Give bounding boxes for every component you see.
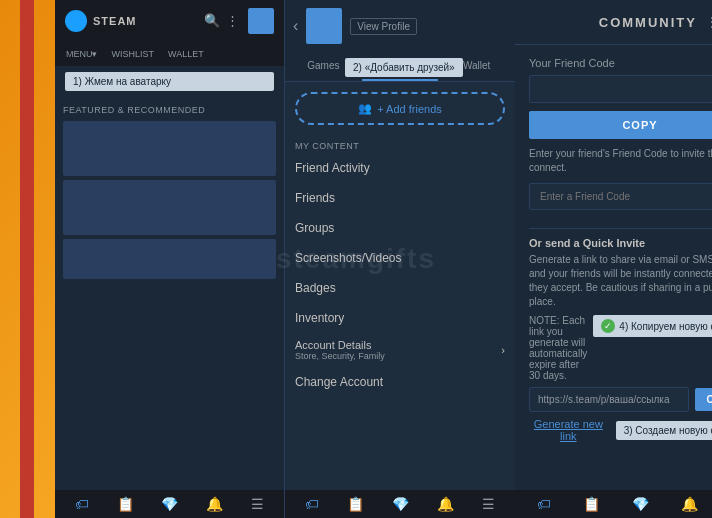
account-sub-label: Store, Security, Family bbox=[295, 351, 385, 361]
nav-wallet[interactable]: WALLET bbox=[163, 46, 209, 62]
featured-box-3 bbox=[63, 239, 276, 279]
nav-menu[interactable]: MENU▾ bbox=[61, 46, 103, 62]
right-bottom-bar: 🏷 📋 💎 🔔 ☰ bbox=[515, 490, 712, 518]
mid-header: ‹ View Profile bbox=[285, 0, 515, 52]
my-content-label: MY CONTENT bbox=[285, 135, 515, 153]
gem-icon-right[interactable]: 💎 bbox=[632, 496, 649, 512]
avatar[interactable] bbox=[248, 8, 274, 34]
friend-code-label: Your Friend Code bbox=[529, 57, 712, 69]
url-expiry-text: NOTE: Each link you generate will automa… bbox=[529, 315, 587, 381]
steam-title: STEAM bbox=[93, 15, 137, 27]
menu-inventory[interactable]: Inventory bbox=[285, 303, 515, 333]
url-input[interactable] bbox=[529, 387, 689, 412]
middle-panel: ‹ View Profile 2) «Добавить друзей» Game… bbox=[285, 0, 515, 518]
mid-bottom-bar: 🏷 📋 💎 🔔 ☰ bbox=[285, 490, 515, 518]
quick-invite-title: Or send a Quick Invite bbox=[529, 237, 712, 249]
check-icon: ✓ bbox=[601, 319, 615, 333]
gem-icon[interactable]: 💎 bbox=[161, 496, 178, 512]
header-icons: 🔍 ⋮ bbox=[204, 8, 274, 34]
tooltip-add-friends: 2) «Добавить друзей» bbox=[345, 58, 463, 77]
tooltip-copy-label: 4) Копируем новую ссылку bbox=[619, 321, 712, 332]
account-chevron-icon: › bbox=[501, 344, 505, 356]
community-title: COMMUNITY bbox=[599, 15, 697, 30]
tag-icon-right[interactable]: 🏷 bbox=[537, 496, 551, 512]
nav-bar: MENU▾ WISHLIST WALLET bbox=[55, 42, 284, 66]
tooltip-generate: 3) Создаем новую ссылку bbox=[616, 421, 712, 440]
menu-list: Friend Activity Friends Groups Screensho… bbox=[285, 153, 515, 490]
menu-icon-mid[interactable]: ☰ bbox=[482, 496, 495, 512]
quick-invite-info: Generate a link to share via email or SM… bbox=[529, 253, 712, 309]
menu-groups[interactable]: Groups bbox=[285, 213, 515, 243]
left-panel: STEAM 🔍 ⋮ MENU▾ WISHLIST WALLET 1) Жмем … bbox=[55, 0, 285, 518]
menu-icon[interactable]: ☰ bbox=[251, 496, 264, 512]
copy-url-button[interactable]: COPY bbox=[695, 388, 712, 411]
tag-icon[interactable]: 🏷 bbox=[75, 496, 89, 512]
tag-icon-mid[interactable]: 🏷 bbox=[305, 496, 319, 512]
menu-screenshots[interactable]: Screenshots/Videos bbox=[285, 243, 515, 273]
list-icon-right[interactable]: 📋 bbox=[583, 496, 600, 512]
left-content: FEATURED & RECOMMENDED bbox=[55, 97, 284, 490]
bell-icon[interactable]: 🔔 bbox=[206, 496, 223, 512]
menu-friends[interactable]: Friends bbox=[285, 183, 515, 213]
nav-wishlist[interactable]: WISHLIST bbox=[107, 46, 160, 62]
list-icon[interactable]: 📋 bbox=[117, 496, 134, 512]
friend-code-input[interactable] bbox=[529, 75, 712, 103]
search-icon[interactable]: 🔍 bbox=[204, 13, 220, 29]
menu-dots-icon[interactable]: ⋮ bbox=[226, 13, 242, 29]
back-button[interactable]: ‹ bbox=[293, 17, 298, 35]
enter-friend-code-input[interactable] bbox=[529, 183, 712, 210]
bell-icon-mid[interactable]: 🔔 bbox=[437, 496, 454, 512]
menu-account[interactable]: Account Details Store, Security, Family … bbox=[285, 333, 515, 367]
community-dots-icon[interactable]: ⋮ bbox=[705, 14, 712, 30]
main-container: STEAM 🔍 ⋮ MENU▾ WISHLIST WALLET 1) Жмем … bbox=[55, 0, 657, 518]
mid-avatar bbox=[306, 8, 342, 44]
steam-logo bbox=[65, 10, 87, 32]
add-friends-icon: 👥 bbox=[358, 102, 372, 115]
featured-box-1 bbox=[63, 121, 276, 176]
gem-icon-mid[interactable]: 💎 bbox=[392, 496, 409, 512]
friend-code-info: Enter your friend's Friend Code to invit… bbox=[529, 147, 712, 175]
menu-change-account[interactable]: Change Account bbox=[285, 367, 515, 397]
tooltip-avatar: 1) Жмем на аватарку bbox=[65, 72, 274, 91]
list-icon-mid[interactable]: 📋 bbox=[347, 496, 364, 512]
featured-box-2 bbox=[63, 180, 276, 235]
quick-invite-section: Or send a Quick Invite Generate a link t… bbox=[529, 237, 712, 442]
generate-link-button[interactable]: Generate new link bbox=[529, 418, 608, 442]
add-friends-button[interactable]: 👥 + Add friends bbox=[295, 92, 505, 125]
gift-ribbon-left bbox=[20, 0, 34, 518]
featured-label: FEATURED & RECOMMENDED bbox=[63, 105, 276, 115]
community-header: COMMUNITY ⋮ bbox=[515, 0, 712, 45]
featured-boxes bbox=[63, 121, 276, 279]
menu-badges[interactable]: Badges bbox=[285, 273, 515, 303]
account-details-label: Account Details bbox=[295, 339, 385, 351]
divider bbox=[529, 228, 712, 229]
copy-friend-code-button[interactable]: COPY bbox=[529, 111, 712, 139]
add-friends-label: + Add friends bbox=[377, 103, 442, 115]
url-row: COPY bbox=[529, 387, 712, 412]
right-panel: COMMUNITY ⋮ Your Friend Code COPY Enter … bbox=[515, 0, 712, 518]
bell-icon-right[interactable]: 🔔 bbox=[681, 496, 698, 512]
right-content: Your Friend Code COPY Enter your friend'… bbox=[515, 45, 712, 490]
tooltip-copy-link: ✓ 4) Копируем новую ссылку bbox=[593, 315, 712, 337]
tooltip-generate-label: 3) Создаем новую ссылку bbox=[624, 425, 712, 436]
steam-header: STEAM 🔍 ⋮ bbox=[55, 0, 284, 42]
view-profile-button[interactable]: View Profile bbox=[350, 18, 417, 35]
left-bottom-bar: 🏷 📋 💎 🔔 ☰ bbox=[55, 490, 284, 518]
menu-friend-activity[interactable]: Friend Activity bbox=[285, 153, 515, 183]
